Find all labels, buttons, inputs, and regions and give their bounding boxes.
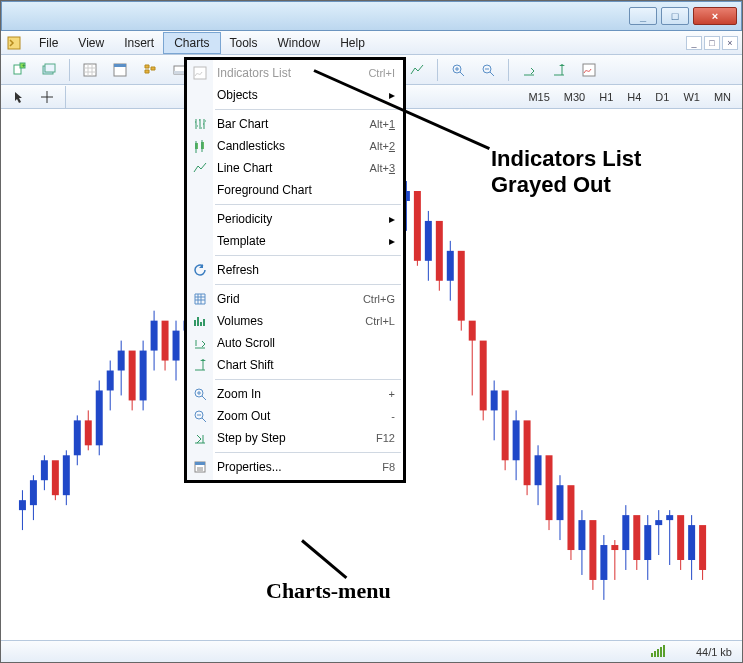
mdi-minimize-button[interactable]: _ xyxy=(686,36,702,50)
svg-rect-94 xyxy=(436,221,443,281)
menuitem-shortcut: - xyxy=(391,410,395,422)
svg-rect-134 xyxy=(655,520,662,525)
menuitem-label: Grid xyxy=(217,292,240,306)
menu-separator xyxy=(215,379,401,380)
svg-rect-98 xyxy=(458,251,465,321)
zoom-in-button[interactable] xyxy=(446,58,470,82)
menuitem-objects[interactable]: Objects▸ xyxy=(187,84,403,106)
crosshair-tool-button[interactable] xyxy=(35,85,59,109)
menu-insert[interactable]: Insert xyxy=(114,33,164,53)
new-chart-button[interactable]: + xyxy=(7,58,31,82)
tf-d1[interactable]: D1 xyxy=(650,89,674,105)
line-chart-button[interactable] xyxy=(405,58,429,82)
svg-rect-6 xyxy=(84,64,96,76)
window-close-button[interactable]: × xyxy=(693,7,737,25)
svg-rect-100 xyxy=(469,321,476,341)
svg-rect-120 xyxy=(578,520,585,550)
submenu-arrow-icon: ▸ xyxy=(389,88,395,102)
window-titlebar: _ □ × xyxy=(1,1,742,31)
menu-charts[interactable]: Charts xyxy=(164,33,219,53)
indicators-toolbar-button[interactable] xyxy=(577,58,601,82)
profiles-button[interactable] xyxy=(37,58,61,82)
menu-separator xyxy=(215,204,401,205)
bar-chart-icon xyxy=(191,115,209,133)
svg-rect-24 xyxy=(52,460,59,495)
navigator-button[interactable] xyxy=(138,58,162,82)
tf-mn[interactable]: MN xyxy=(709,89,736,105)
tf-m30[interactable]: M30 xyxy=(559,89,590,105)
svg-rect-138 xyxy=(677,515,684,560)
svg-rect-16 xyxy=(583,64,595,76)
menuitem-shortcut: Alt+1 xyxy=(370,118,395,130)
svg-rect-20 xyxy=(30,480,37,505)
svg-text:+: + xyxy=(22,62,26,68)
menu-tools[interactable]: Tools xyxy=(220,33,268,53)
tf-h4[interactable]: H4 xyxy=(622,89,646,105)
mdi-close-button[interactable]: × xyxy=(722,36,738,50)
cursor-tool-button[interactable] xyxy=(7,85,31,109)
svg-rect-143 xyxy=(194,67,206,79)
volumes-icon xyxy=(191,312,209,330)
mdi-restore-button[interactable]: □ xyxy=(704,36,720,50)
menuitem-label: Bar Chart xyxy=(217,117,268,131)
svg-rect-132 xyxy=(644,525,651,560)
tf-m15[interactable]: M15 xyxy=(523,89,554,105)
menuitem-chartshift[interactable]: Chart Shift xyxy=(187,354,403,376)
chartshift-toolbar-button[interactable] xyxy=(547,58,571,82)
menuitem-template[interactable]: Template▸ xyxy=(187,230,403,252)
menuitem-refresh[interactable]: Refresh xyxy=(187,259,403,281)
svg-rect-44 xyxy=(162,321,169,361)
menuitem-autoscroll[interactable]: Auto Scroll xyxy=(187,332,403,354)
market-watch-button[interactable] xyxy=(78,58,102,82)
svg-rect-90 xyxy=(414,191,421,261)
menuitem-shortcut: Alt+2 xyxy=(370,140,395,152)
connection-speed: 44/1 kb xyxy=(696,646,732,658)
menuitem-label: Objects xyxy=(217,88,258,102)
zoom-out-button[interactable] xyxy=(476,58,500,82)
menuitem-grid[interactable]: GridCtrl+G xyxy=(187,288,403,310)
charts-dropdown-menu: Indicators ListCtrl+IObjects▸Bar ChartAl… xyxy=(184,57,406,483)
svg-rect-140 xyxy=(688,525,695,560)
menuitem-candle[interactable]: CandlesticksAlt+2 xyxy=(187,135,403,157)
svg-rect-34 xyxy=(107,371,114,391)
data-window-button[interactable] xyxy=(108,58,132,82)
menuitem-label: Indicators List xyxy=(217,66,291,80)
chartshift-icon xyxy=(191,356,209,374)
menuitem-zoomout[interactable]: Zoom Out- xyxy=(187,405,403,427)
menu-window[interactable]: Window xyxy=(268,33,331,53)
autoscroll-icon xyxy=(191,334,209,352)
window-maximize-button[interactable]: □ xyxy=(661,7,689,25)
svg-rect-130 xyxy=(633,515,640,560)
svg-rect-128 xyxy=(622,515,629,550)
menuitem-shortcut: F8 xyxy=(382,461,395,473)
menu-separator xyxy=(215,452,401,453)
svg-rect-22 xyxy=(41,460,48,480)
menuitem-periodicity[interactable]: Periodicity▸ xyxy=(187,208,403,230)
menuitem-foreground[interactable]: Foreground Chart xyxy=(187,179,403,201)
menuitem-bar[interactable]: Bar ChartAlt+1 xyxy=(187,113,403,135)
menu-help[interactable]: Help xyxy=(330,33,375,53)
menuitem-step[interactable]: Step by StepF12 xyxy=(187,427,403,449)
menuitem-line[interactable]: Line ChartAlt+3 xyxy=(187,157,403,179)
menuitem-volumes[interactable]: VolumesCtrl+L xyxy=(187,310,403,332)
menu-separator xyxy=(215,284,401,285)
tf-w1[interactable]: W1 xyxy=(678,89,705,105)
menuitem-label: Template xyxy=(217,234,266,248)
menuitem-shortcut: Ctrl+L xyxy=(365,315,395,327)
indicators-icon xyxy=(191,64,209,82)
tf-h1[interactable]: H1 xyxy=(594,89,618,105)
svg-rect-106 xyxy=(502,390,509,460)
autoscroll-toolbar-button[interactable] xyxy=(517,58,541,82)
menu-separator xyxy=(215,109,401,110)
menuitem-shortcut: Alt+3 xyxy=(370,162,395,174)
menuitem-properties[interactable]: Properties...F8 xyxy=(187,456,403,478)
app-icon xyxy=(5,34,23,52)
menuitem-indicators: Indicators ListCtrl+I xyxy=(187,62,403,84)
svg-rect-46 xyxy=(173,331,180,361)
menuitem-zoomin[interactable]: Zoom In+ xyxy=(187,383,403,405)
window-minimize-button[interactable]: _ xyxy=(629,7,657,25)
submenu-arrow-icon: ▸ xyxy=(389,212,395,226)
menu-view[interactable]: View xyxy=(68,33,114,53)
svg-rect-18 xyxy=(19,500,26,510)
menu-file[interactable]: File xyxy=(29,33,68,53)
